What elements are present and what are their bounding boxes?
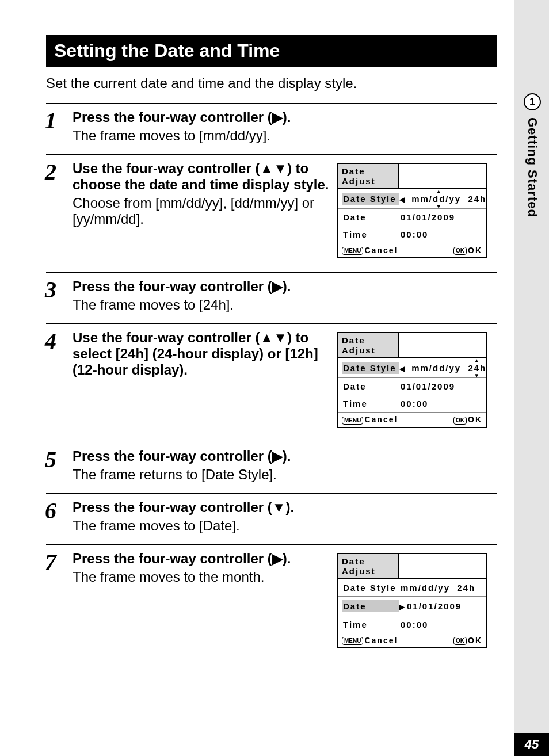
- lcd-row-time: Time 00:00: [338, 226, 486, 243]
- lcd-label: Date Style: [342, 193, 399, 205]
- lcd-row-date-style: Date Style mm/dd/yy 24h: [338, 579, 486, 596]
- step-5: 5 Press the four-way controller (▶). The…: [46, 442, 497, 483]
- step-desc: The frame moves to [Date].: [73, 518, 493, 534]
- lcd-date-style-value: mm/dd/yy: [411, 363, 461, 373]
- step-number: 1: [45, 109, 73, 144]
- lcd-cancel: Cancel: [364, 415, 398, 424]
- lcd-panel-step7: Date Adjust Date Style mm/dd/yy 24h Date: [337, 553, 487, 648]
- lcd-cursor-field: 24h: [468, 363, 486, 373]
- step-number: 7: [45, 551, 73, 652]
- right-arrow-icon: ▶: [399, 603, 406, 611]
- lcd-panel-step2: Date Adjust Date Style ◀ mm/▲dd▼/yy 24h …: [337, 163, 487, 258]
- lcd-value: 00:00: [401, 399, 481, 408]
- ok-button-icon: OK: [453, 637, 467, 645]
- menu-button-icon: MENU: [342, 637, 363, 645]
- down-arrow-icon: ▼: [474, 372, 481, 379]
- step-desc: Choose from [mm/dd/yy], [dd/mm/yy] or [y…: [73, 195, 337, 227]
- step-7: 7 Press the four-way controller (▶). The…: [46, 544, 497, 652]
- step-title: Use the four-way controller (▲▼) to choo…: [73, 161, 337, 193]
- lcd-cursor-field: dd: [433, 194, 445, 204]
- step-4: 4 Use the four-way controller (▲▼) to se…: [46, 323, 497, 431]
- step-title: Press the four-way controller (▶).: [73, 109, 493, 125]
- lcd-value-suffix: /yy: [445, 194, 461, 204]
- lcd-label: Date Style: [343, 583, 401, 593]
- lcd-value: 00:00: [401, 620, 481, 629]
- page-number: 45: [514, 733, 549, 756]
- ok-button-icon: OK: [453, 247, 467, 255]
- lcd-ok: OK: [468, 415, 482, 424]
- lcd-label: Date: [343, 381, 401, 391]
- lcd-title: Date Adjust: [338, 333, 399, 357]
- up-arrow-icon: ▲: [474, 357, 481, 364]
- step-2: 2 Use the four-way controller (▲▼) to ch…: [46, 154, 497, 262]
- lcd-row-date: Date ▶01/01/2009: [338, 596, 486, 616]
- intro-text: Set the current date and time and the di…: [46, 75, 497, 91]
- step-desc: The frame moves to the month.: [73, 569, 337, 585]
- lcd-label: Date Style: [342, 362, 399, 374]
- lcd-cancel: Cancel: [364, 636, 398, 645]
- step-title: Press the four-way controller (▶).: [73, 551, 337, 567]
- lcd-hour-mode: 24h: [468, 194, 486, 204]
- up-arrow-icon: ▲: [436, 188, 443, 194]
- lcd-row-date-style: Date Style ◀ mm/▲dd▼/yy 24h: [338, 189, 486, 208]
- lcd-footer: MENUCancel OKOK: [338, 412, 486, 426]
- lcd-value: 01/01/2009: [401, 381, 481, 391]
- lcd-label: Date: [342, 600, 399, 612]
- lcd-value: 00:00: [401, 230, 481, 239]
- step-number: 2: [45, 161, 73, 262]
- lcd-value: 01/01/2009: [401, 212, 481, 222]
- lcd-label: Time: [343, 230, 401, 239]
- menu-button-icon: MENU: [342, 417, 363, 425]
- step-desc: The frame returns to [Date Style].: [73, 467, 493, 483]
- lcd-label: Date: [343, 212, 401, 222]
- lcd-footer: MENUCancel OKOK: [338, 243, 486, 257]
- lcd-label: Time: [343, 620, 401, 629]
- step-number: 6: [45, 499, 73, 534]
- step-number: 3: [45, 278, 73, 313]
- chapter-title-side: Getting Started: [525, 117, 540, 217]
- step-number: 4: [45, 330, 73, 431]
- menu-button-icon: MENU: [342, 247, 363, 255]
- lcd-title: Date Adjust: [338, 164, 399, 188]
- step-desc: The frame moves to [24h].: [73, 297, 493, 313]
- step-desc: The frame moves to [mm/dd/yy].: [73, 128, 493, 144]
- lcd-row-time: Time 00:00: [338, 616, 486, 633]
- step-1: 1 Press the four-way controller (▶). The…: [46, 103, 497, 144]
- step-6: 6 Press the four-way controller (▼). The…: [46, 493, 497, 534]
- down-arrow-icon: ▼: [436, 203, 443, 209]
- lcd-row-date: Date 01/01/2009: [338, 208, 486, 226]
- lcd-ok: OK: [468, 636, 482, 645]
- step-number: 5: [45, 448, 73, 483]
- lcd-ok: OK: [468, 246, 482, 255]
- lcd-value: 01/01/2009: [407, 601, 462, 611]
- page-title: Setting the Date and Time: [46, 35, 497, 67]
- lcd-row-time: Time 00:00: [338, 395, 486, 412]
- step-title: Press the four-way controller (▼).: [73, 499, 493, 516]
- left-arrow-icon: ◀: [399, 365, 406, 373]
- step-title: Use the four-way controller (▲▼) to sele…: [73, 330, 337, 378]
- lcd-panel-step4: Date Adjust Date Style ◀ mm/dd/yy ▲24h▼ …: [337, 332, 487, 427]
- step-3: 3 Press the four-way controller (▶). The…: [46, 272, 497, 313]
- chapter-number-badge: 1: [524, 93, 541, 110]
- step-title: Press the four-way controller (▶).: [73, 448, 493, 464]
- left-arrow-icon: ◀: [399, 196, 406, 204]
- lcd-row-date: Date 01/01/2009: [338, 377, 486, 395]
- ok-button-icon: OK: [453, 417, 467, 425]
- lcd-footer: MENUCancel OKOK: [338, 633, 486, 647]
- lcd-date-style-value: mm/dd/yy: [401, 583, 450, 593]
- step-title: Press the four-way controller (▶).: [73, 278, 493, 295]
- lcd-row-date-style: Date Style ◀ mm/dd/yy ▲24h▼: [338, 358, 486, 377]
- lcd-title: Date Adjust: [338, 554, 399, 578]
- lcd-label: Time: [343, 399, 401, 408]
- lcd-value-prefix: mm/: [411, 194, 433, 204]
- lcd-hour-mode: 24h: [457, 583, 475, 593]
- lcd-cancel: Cancel: [364, 246, 398, 255]
